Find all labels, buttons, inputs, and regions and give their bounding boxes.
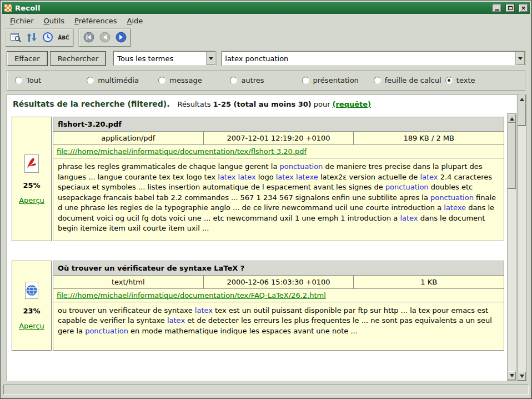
query-term-highlight: ponctuation xyxy=(385,183,429,191)
results-panel: Résultats de la recherche (filtered).Rés… xyxy=(7,94,517,381)
filter-autres[interactable]: autres xyxy=(230,76,302,84)
result-mime: application/pdf xyxy=(53,132,203,144)
minimize-button[interactable] xyxy=(492,4,501,12)
result-title: Où trouver un vérificateur de syntaxe La… xyxy=(53,261,504,276)
filter-label: message xyxy=(169,76,202,84)
status-bar xyxy=(2,383,530,397)
prev-page-icon xyxy=(99,32,111,44)
filter-tout[interactable]: Tout xyxy=(15,76,87,84)
down-arrow-icon xyxy=(520,375,524,380)
filter-texte[interactable]: texte xyxy=(445,76,517,84)
next-page-button[interactable] xyxy=(113,31,128,45)
radio-icon xyxy=(445,77,453,84)
term-explorer-button[interactable]: ÂBĈ xyxy=(56,31,71,45)
query-term-highlight: latex xyxy=(400,214,418,222)
query-term-highlight: latexe xyxy=(444,203,466,212)
result-size: 1 KB xyxy=(353,276,504,288)
menu-preferences[interactable]: Préférences xyxy=(70,15,121,27)
search-mode-combo[interactable]: Tous les termes xyxy=(113,51,216,66)
query-term-highlight: ponctuation xyxy=(280,162,323,171)
menu-outils[interactable]: Outils xyxy=(39,15,69,27)
filter-label: Tout xyxy=(26,76,41,84)
result-sidebar: 23%Aperçu xyxy=(12,261,52,351)
first-page-button[interactable] xyxy=(81,31,96,45)
abstract-text: en mode mathematique indique les espaces… xyxy=(128,327,358,335)
preview-link[interactable]: Aperçu xyxy=(19,196,44,205)
query-input[interactable] xyxy=(222,54,515,63)
scroll-up-button[interactable] xyxy=(518,94,526,103)
query-term-highlight: latex xyxy=(195,306,213,315)
result-size: 189 KB / 2 MB xyxy=(353,132,504,144)
titlebar[interactable]: Recoll × xyxy=(2,2,530,14)
filter-présentation[interactable]: présentation xyxy=(302,76,374,84)
scroll-down-button[interactable] xyxy=(518,372,526,381)
radio-icon xyxy=(302,77,309,84)
abstract-text: logo xyxy=(256,173,276,181)
scroll-trough[interactable] xyxy=(518,103,526,372)
outer-scrollbar[interactable] xyxy=(517,94,526,381)
menu-aide[interactable]: Aide xyxy=(123,15,148,27)
filter-label: feuille de calcul xyxy=(385,76,441,84)
up-arrow-icon xyxy=(510,115,514,121)
filter-message[interactable]: message xyxy=(158,76,230,84)
preview-link[interactable]: Aperçu xyxy=(19,322,44,330)
html-icon xyxy=(23,281,41,302)
pdf-icon xyxy=(22,153,41,176)
result-url-link[interactable]: file:///home/michael/informatique/docume… xyxy=(57,147,307,156)
radio-icon xyxy=(15,77,22,84)
search-button[interactable]: Rechercher xyxy=(50,51,107,66)
window-title: Recoll xyxy=(15,4,488,12)
sort-by-dates-icon xyxy=(26,31,38,45)
maximize-button[interactable] xyxy=(505,4,515,12)
advanced-search-button[interactable] xyxy=(8,31,23,45)
filter-feuille-de-calcul[interactable]: feuille de calcul xyxy=(374,76,445,84)
sort-by-dates-button[interactable] xyxy=(24,31,39,45)
menu-fichier[interactable]: Fichier xyxy=(6,15,38,27)
results-count-prefix: Résultats xyxy=(178,100,211,108)
down-arrow-icon xyxy=(510,374,514,380)
abstract-text: phrase les regles grammaticales de chaqu… xyxy=(58,162,280,171)
recoll-window: Recoll × FichierOutilsPréférencesAide ÂB… xyxy=(0,0,532,399)
radio-icon xyxy=(87,77,94,84)
menu-accel: A xyxy=(127,17,132,25)
query-term-highlight: latex xyxy=(276,173,294,181)
clear-button[interactable]: Effacer xyxy=(7,51,48,66)
query-term-highlight: ponctuation xyxy=(85,327,128,335)
filter-multimédia[interactable]: multimédia xyxy=(87,76,158,84)
relevance-percent: 23% xyxy=(23,307,40,315)
results-list-wrap: 25%Aperçuflshort-3.20.pdfapplication/pdf… xyxy=(7,113,516,381)
filter-label: autres xyxy=(241,76,264,84)
result-entry: 25%Aperçuflshort-3.20.pdfapplication/pdf… xyxy=(12,117,504,241)
result-date: 2007-12-01 12:19:20 +0100 xyxy=(203,132,354,144)
minimize-icon xyxy=(495,9,499,11)
results-header: Résultats de la recherche (filtered).Rés… xyxy=(7,94,516,113)
results-scrollbar[interactable] xyxy=(507,113,516,381)
result-table: Où trouver un vérificateur de syntaxe La… xyxy=(53,261,504,351)
result-sidebar: 25%Aperçu xyxy=(12,117,52,241)
result-date: 2000-12-06 15:03:30 +0100 xyxy=(203,276,354,288)
first-page-icon xyxy=(83,32,94,44)
query-combo[interactable] xyxy=(222,51,525,66)
menubar: FichierOutilsPréférencesAide xyxy=(2,14,530,28)
search-mode-value: Tous les termes xyxy=(114,54,206,63)
prev-page-button[interactable] xyxy=(97,31,112,45)
radio-icon xyxy=(374,77,381,84)
scroll-thumb[interactable] xyxy=(508,123,516,188)
result-meta-row: text/html2000-12-06 15:03:30 +01001 KB xyxy=(53,275,504,289)
term-explorer-icon: ÂBĈ xyxy=(58,35,69,41)
query-link[interactable]: (requête) xyxy=(333,100,372,108)
result-mime: text/html xyxy=(53,276,203,288)
chevron-down-icon[interactable] xyxy=(515,52,525,65)
result-url-link[interactable]: file:///home/michael/informatique/docume… xyxy=(57,291,326,300)
scroll-trough[interactable] xyxy=(508,123,516,371)
filter-bar: Toutmultimédiamessageautresprésentationf… xyxy=(7,70,525,91)
result-entry: 23%AperçuOù trouver un vérificateur de s… xyxy=(12,261,504,351)
query-term-highlight: latex xyxy=(238,173,256,181)
scroll-up-button[interactable] xyxy=(508,114,516,123)
scroll-thumb[interactable] xyxy=(518,103,526,126)
scroll-down-button[interactable] xyxy=(508,371,516,380)
doc-history-button[interactable] xyxy=(40,31,55,45)
results-count-pour: pour xyxy=(314,100,330,108)
chevron-down-icon[interactable] xyxy=(206,52,215,65)
close-button[interactable]: × xyxy=(519,4,528,12)
